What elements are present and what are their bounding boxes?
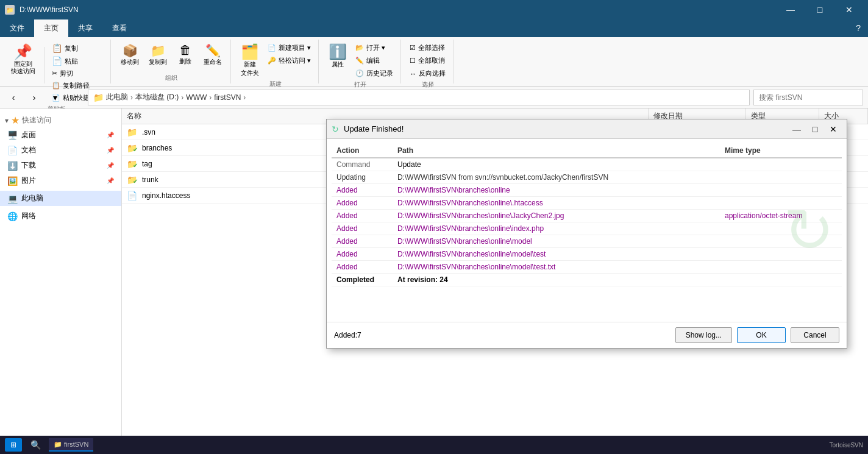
sidebar-item-network[interactable]: 🌐 网络 xyxy=(0,208,121,224)
ribbon-item-edit[interactable]: ✏️编辑 xyxy=(353,55,396,66)
svn-dialog: ↻ Update Finished! — □ ✕ ↻ Action Path M… xyxy=(326,119,847,349)
log-path-added-6: D:\WWW\firstSVN\branches\online\model\te… xyxy=(393,248,720,261)
address-path[interactable]: 📁 此电脑 › 本地磁盘 (D:) › WWW › firstSVN › xyxy=(88,90,750,105)
pin-icon: 📌 xyxy=(107,132,114,138)
log-row-added-6: Added D:\WWW\firstSVN\branches\online\mo… xyxy=(332,248,842,261)
ribbon-item-newfolder[interactable]: 🗂️新建文件夹 xyxy=(237,42,263,79)
log-action-added-2: Added xyxy=(332,197,393,210)
ribbon-item-history[interactable]: 🕐历史记录 xyxy=(353,68,396,79)
log-action-added-7: Added xyxy=(332,261,393,274)
ribbon-item-new-item[interactable]: 📄新建项目 ▾ xyxy=(265,42,313,54)
dialog-body: ↻ Action Path Mime type Command Update xyxy=(327,139,847,322)
ribbon-group-new-items: 🗂️新建文件夹 📄新建项目 ▾ 🔑轻松访问 ▾ xyxy=(237,40,313,79)
taskbar-explorer[interactable]: 🔍 xyxy=(27,438,44,452)
log-mime-added-6 xyxy=(720,248,842,261)
title-bar-controls: — □ ✕ xyxy=(777,0,863,20)
log-row-added-5: Added D:\WWW\firstSVN\branches\online\mo… xyxy=(332,235,842,248)
dialog-close-btn[interactable]: ✕ xyxy=(825,121,842,137)
file-icon-nginx: 📄 xyxy=(122,191,142,200)
search-input[interactable] xyxy=(753,90,863,105)
sidebar-header-quickaccess[interactable]: ▾ ★ 快速访问 xyxy=(0,113,121,127)
sidebar-item-desktop[interactable]: 🖥️ 桌面 📌 xyxy=(0,127,121,143)
ribbon-group-select-items: ☑全部选择 ☐全部取消 ↔反向选择 xyxy=(407,40,448,79)
ribbon-group-organize-items: 📦移动到 📁复制到 🗑删除 ✏️重命名 xyxy=(117,40,226,73)
sidebar-item-downloads[interactable]: ⬇️ 下载 📌 xyxy=(0,158,121,173)
dialog-maximize-btn[interactable]: □ xyxy=(806,121,824,137)
address-bar: ‹ › ▾ ↑ 📁 此电脑 › 本地磁盘 (D:) › WWW › firstS… xyxy=(0,87,868,108)
dialog-minimize-btn[interactable]: — xyxy=(788,121,805,137)
title-bar: 📁 D:\WWW\firstSVN — □ ✕ xyxy=(0,0,868,20)
log-action-added-3: Added xyxy=(332,210,393,222)
help-icon[interactable]: ? xyxy=(848,20,868,37)
ribbon-item-copy[interactable]: 📋复制 xyxy=(49,42,105,54)
taskbar-item-explorer[interactable]: 📁 firstSVN xyxy=(49,438,93,452)
up-button[interactable]: ↑ xyxy=(67,89,84,106)
ribbon-group-clipboard: 📌 固定到快速访问 📋复制 📄粘贴 ✂剪切 xyxy=(2,40,111,83)
dialog-title: Update Finished! xyxy=(344,124,783,133)
log-path-added-3: D:\WWW\firstSVN\branches\online\JackyChe… xyxy=(393,210,720,222)
cancel-button[interactable]: Cancel xyxy=(791,327,839,343)
close-button[interactable]: ✕ xyxy=(835,0,863,20)
log-row-added-1: Added D:\WWW\firstSVN\branches\online xyxy=(332,184,842,197)
sidebar-item-thispc[interactable]: 💻 此电脑 xyxy=(0,191,121,206)
tab-share[interactable]: 共享 xyxy=(68,20,102,37)
ribbon-group-organize-label: 组织 xyxy=(117,73,226,83)
path-item-4: firstSVN xyxy=(214,93,241,102)
sidebar-item-documents[interactable]: 📄 文档 📌 xyxy=(0,143,121,158)
sidebar-item-downloads-label: 下载 xyxy=(21,160,36,171)
folder-icon-svn: 📁 xyxy=(122,127,142,137)
ribbon-item-properties[interactable]: ℹ️属性 xyxy=(325,42,350,70)
log-mime-added-4 xyxy=(720,222,842,235)
ribbon-group-organize: 📦移动到 📁复制到 🗑删除 ✏️重命名 组织 xyxy=(112,40,231,83)
taskbar-tray: TortoiseSVN xyxy=(829,442,863,449)
ribbon-item-paste[interactable]: 📄粘贴 xyxy=(49,55,105,67)
log-mime-added-2 xyxy=(720,197,842,210)
ribbon-group-new-label: 新建 xyxy=(237,79,313,90)
log-mime-added-5 xyxy=(720,235,842,248)
ribbon-item-open[interactable]: 📂打开 ▾ xyxy=(353,42,396,54)
sidebar-item-pictures[interactable]: 🖼️ 图片 📌 xyxy=(0,173,121,188)
ribbon-group-open: ℹ️属性 📂打开 ▾ ✏️编辑 🕐历史记录 打开 xyxy=(320,40,401,83)
log-action-added-1: Added xyxy=(332,184,393,197)
tab-home[interactable]: 主页 xyxy=(34,20,68,37)
ribbon-item-pin[interactable]: 📌 固定到快速访问 xyxy=(7,42,39,76)
minimize-button[interactable]: — xyxy=(777,0,805,20)
ribbon-item-select-all[interactable]: ☑全部选择 xyxy=(407,42,448,54)
ribbon-item-delete[interactable]: 🗑删除 xyxy=(173,42,197,67)
log-row-command: Command Update xyxy=(332,158,842,171)
show-log-button[interactable]: Show log... xyxy=(675,327,732,343)
col-path-header: Path xyxy=(393,144,720,158)
recent-button[interactable]: ▾ xyxy=(46,89,63,106)
col-mime-header: Mime type xyxy=(720,144,842,158)
maximize-button[interactable]: □ xyxy=(806,0,834,20)
ribbon-item-rename[interactable]: ✏️重命名 xyxy=(200,42,226,68)
log-action-updating: Updating xyxy=(332,171,393,184)
ribbon-item-deselect-all[interactable]: ☐全部取消 xyxy=(407,55,448,66)
log-action-completed: Completed xyxy=(332,274,393,286)
ribbon: 文件 主页 共享 查看 ? 📌 固定到快速访问 xyxy=(0,20,868,87)
ribbon-item-invert-selection[interactable]: ↔反向选择 xyxy=(407,68,448,79)
taskbar: ⊞ 🔍 📁 firstSVN TortoiseSVN xyxy=(0,436,868,454)
ribbon-item-cut[interactable]: ✂剪切 xyxy=(49,68,105,79)
documents-icon: 📄 xyxy=(7,146,18,155)
tab-file[interactable]: 文件 xyxy=(0,20,34,37)
tab-view[interactable]: 查看 xyxy=(102,20,137,37)
ok-button[interactable]: OK xyxy=(737,327,786,343)
sidebar-item-network-label: 网络 xyxy=(21,211,36,221)
log-row-added-2: Added D:\WWW\firstSVN\branches\online\.h… xyxy=(332,197,842,210)
forward-button[interactable]: › xyxy=(26,89,43,106)
ribbon-tabs: 文件 主页 共享 查看 ? xyxy=(0,20,868,37)
window-icon: 📁 xyxy=(5,5,15,15)
thispc-icon: 💻 xyxy=(7,194,18,204)
log-row-completed: Completed At revision: 24 xyxy=(332,274,842,286)
ribbon-item-easy-access[interactable]: 🔑轻松访问 ▾ xyxy=(265,55,313,66)
path-item-2: 本地磁盘 (D:) xyxy=(135,92,179,102)
back-button[interactable]: ‹ xyxy=(5,89,22,106)
sidebar-item-thispc-label: 此电脑 xyxy=(21,193,43,204)
log-path-added-1: D:\WWW\firstSVN\branches\online xyxy=(393,184,720,197)
ribbon-item-copyto[interactable]: 📁复制到 xyxy=(145,42,171,68)
ribbon-item-move[interactable]: 📦移动到 xyxy=(117,42,143,68)
log-row-added-7: Added D:\WWW\firstSVN\branches\online\mo… xyxy=(332,261,842,274)
ribbon-content: 📌 固定到快速访问 📋复制 📄粘贴 ✂剪切 xyxy=(0,37,868,86)
start-button[interactable]: ⊞ xyxy=(5,438,22,452)
